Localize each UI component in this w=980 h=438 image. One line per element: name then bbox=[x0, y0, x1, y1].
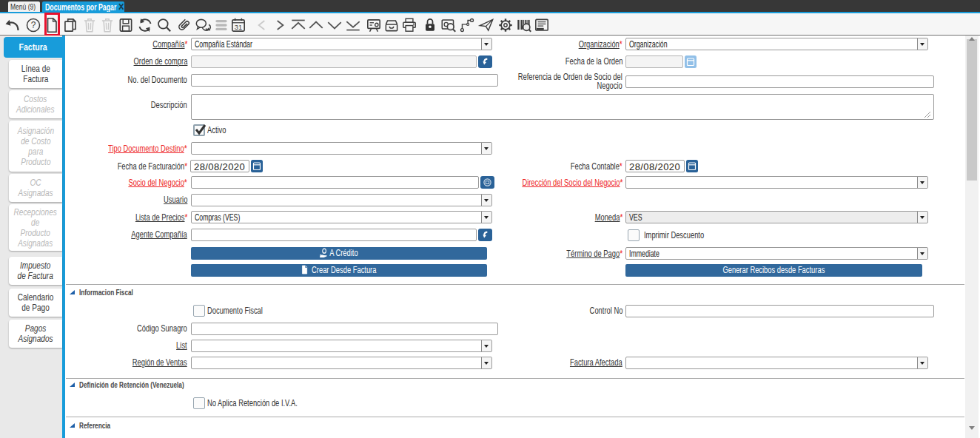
svg-text:?: ? bbox=[31, 20, 36, 30]
svg-text:31: 31 bbox=[235, 24, 242, 31]
